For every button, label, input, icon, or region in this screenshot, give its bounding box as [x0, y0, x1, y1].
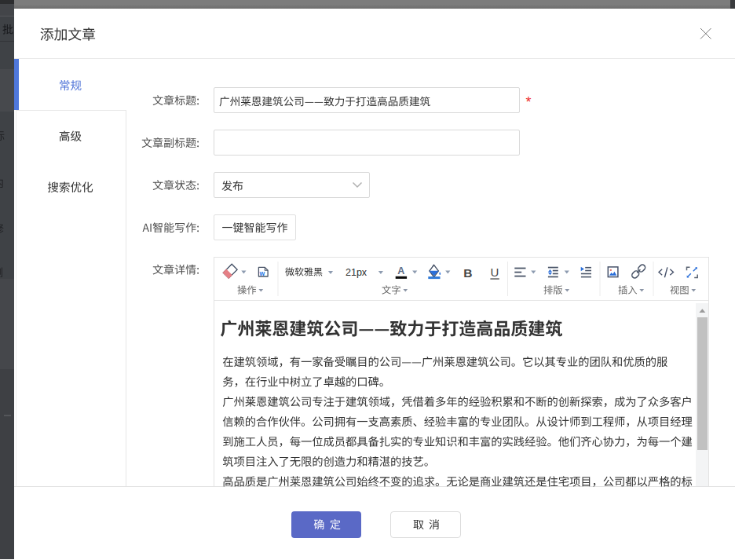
svg-text:*: *: [526, 94, 532, 110]
svg-text:B: B: [463, 266, 472, 280]
svg-text:w: w: [259, 269, 265, 277]
svg-text:A: A: [397, 265, 404, 276]
svg-text:U: U: [491, 265, 499, 279]
